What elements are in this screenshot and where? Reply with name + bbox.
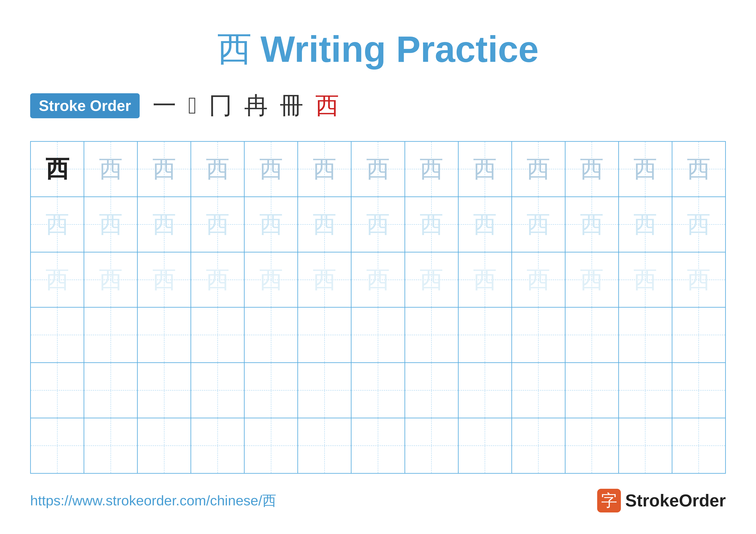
grid-cell[interactable]: 西 <box>351 142 405 196</box>
grid-cell[interactable] <box>298 363 351 418</box>
grid-cell[interactable]: 西 <box>84 142 138 196</box>
grid-cell[interactable]: 西 <box>672 142 725 196</box>
grid-cell[interactable]: 西 <box>191 197 245 252</box>
grid-cell[interactable] <box>512 418 565 473</box>
grid-cell[interactable]: 西 <box>405 252 459 307</box>
practice-char: 西 <box>580 264 604 296</box>
grid-cell[interactable]: 西 <box>245 252 298 307</box>
practice-char: 西 <box>99 153 122 185</box>
stroke-5: 冊 <box>280 89 304 122</box>
grid-cell[interactable]: 西 <box>512 142 565 196</box>
grid-cell[interactable]: 西 <box>31 197 84 252</box>
practice-char: 西 <box>419 208 443 241</box>
grid-cell[interactable]: 西 <box>138 197 191 252</box>
grid-cell[interactable] <box>351 308 405 362</box>
grid-cell[interactable]: 西 <box>512 252 565 307</box>
grid-cell[interactable] <box>138 363 191 418</box>
grid-cell[interactable]: 西 <box>138 252 191 307</box>
practice-char: 西 <box>152 153 176 185</box>
grid-cell[interactable]: 西 <box>298 252 351 307</box>
grid-cell[interactable]: 西 <box>138 142 191 196</box>
practice-char: 西 <box>366 264 390 296</box>
grid-cell[interactable] <box>31 418 84 473</box>
grid-cell[interactable]: 西 <box>351 252 405 307</box>
footer-url[interactable]: https://www.strokeorder.com/chinese/西 <box>30 491 276 510</box>
grid-cell[interactable]: 西 <box>565 142 619 196</box>
grid-cell[interactable] <box>565 308 619 362</box>
grid-cell[interactable] <box>138 418 191 473</box>
practice-char: 西 <box>206 208 230 241</box>
grid-cell[interactable] <box>512 308 565 362</box>
grid-cell[interactable]: 西 <box>298 197 351 252</box>
grid-cell[interactable]: 西 <box>672 252 725 307</box>
grid-cell[interactable]: 西 <box>619 197 672 252</box>
grid-cell[interactable] <box>31 308 84 362</box>
practice-char: 西 <box>366 208 390 241</box>
grid-cell[interactable] <box>84 308 138 362</box>
grid-cell[interactable] <box>565 418 619 473</box>
practice-char: 西 <box>634 208 657 241</box>
grid-cell[interactable] <box>191 308 245 362</box>
grid-cell[interactable]: 西 <box>405 197 459 252</box>
practice-char: 西 <box>45 264 69 296</box>
grid-cell[interactable] <box>405 308 459 362</box>
grid-cell[interactable] <box>138 308 191 362</box>
title-character: 西 <box>217 26 252 72</box>
grid-cell[interactable] <box>84 363 138 418</box>
grid-cell[interactable] <box>245 418 298 473</box>
grid-cell[interactable]: 西 <box>298 142 351 196</box>
grid-cell[interactable]: 西 <box>565 197 619 252</box>
grid-cell[interactable] <box>672 418 725 473</box>
grid-cell[interactable] <box>191 418 245 473</box>
grid-cell[interactable] <box>298 308 351 362</box>
stroke-1: 一 <box>152 89 176 122</box>
grid-cell[interactable] <box>459 418 512 473</box>
grid-cell[interactable]: 西 <box>512 197 565 252</box>
grid-cell[interactable] <box>351 418 405 473</box>
grid-cell[interactable]: 西 <box>351 197 405 252</box>
grid-cell[interactable]: 西 <box>245 142 298 196</box>
grid-cell[interactable] <box>619 363 672 418</box>
grid-cell[interactable]: 西 <box>672 197 725 252</box>
grid-cell[interactable] <box>191 363 245 418</box>
grid-cell[interactable] <box>459 308 512 362</box>
grid-cell[interactable] <box>31 363 84 418</box>
grid-cell[interactable] <box>672 308 725 362</box>
grid-cell[interactable]: 西 <box>84 252 138 307</box>
practice-char: 西 <box>526 208 550 241</box>
practice-char: 西 <box>473 208 497 241</box>
grid-cell[interactable]: 西 <box>245 197 298 252</box>
grid-cell[interactable] <box>405 363 459 418</box>
grid-cell[interactable]: 西 <box>31 142 84 196</box>
grid-cell[interactable]: 西 <box>565 252 619 307</box>
grid-cell[interactable] <box>619 308 672 362</box>
grid-cell[interactable] <box>405 418 459 473</box>
practice-char: 西 <box>313 153 337 185</box>
practice-char: 西 <box>99 264 122 296</box>
practice-char: 西 <box>259 208 283 241</box>
grid-cell[interactable]: 西 <box>619 252 672 307</box>
grid-cell[interactable] <box>245 308 298 362</box>
grid-cell[interactable] <box>512 363 565 418</box>
practice-char: 西 <box>313 208 337 241</box>
grid-cell[interactable] <box>245 363 298 418</box>
grid-cell[interactable]: 西 <box>31 252 84 307</box>
grid-cell[interactable] <box>672 363 725 418</box>
grid-cell[interactable]: 西 <box>459 142 512 196</box>
grid-cell[interactable]: 西 <box>459 197 512 252</box>
grid-cell[interactable] <box>565 363 619 418</box>
grid-row-4 <box>31 308 725 363</box>
grid-cell[interactable]: 西 <box>84 197 138 252</box>
grid-cell[interactable]: 西 <box>191 252 245 307</box>
grid-cell[interactable]: 西 <box>459 252 512 307</box>
practice-grid[interactable]: 西 西 西 西 西 西 西 西 西 西 西 西 西 西 西 西 西 西 西 西 … <box>30 141 726 474</box>
practice-char: 西 <box>687 208 711 241</box>
grid-cell[interactable] <box>84 418 138 473</box>
grid-cell[interactable]: 西 <box>191 142 245 196</box>
grid-cell[interactable] <box>459 363 512 418</box>
grid-cell[interactable] <box>619 418 672 473</box>
grid-cell[interactable]: 西 <box>619 142 672 196</box>
grid-cell[interactable]: 西 <box>405 142 459 196</box>
grid-cell[interactable] <box>298 418 351 473</box>
grid-cell[interactable] <box>351 363 405 418</box>
